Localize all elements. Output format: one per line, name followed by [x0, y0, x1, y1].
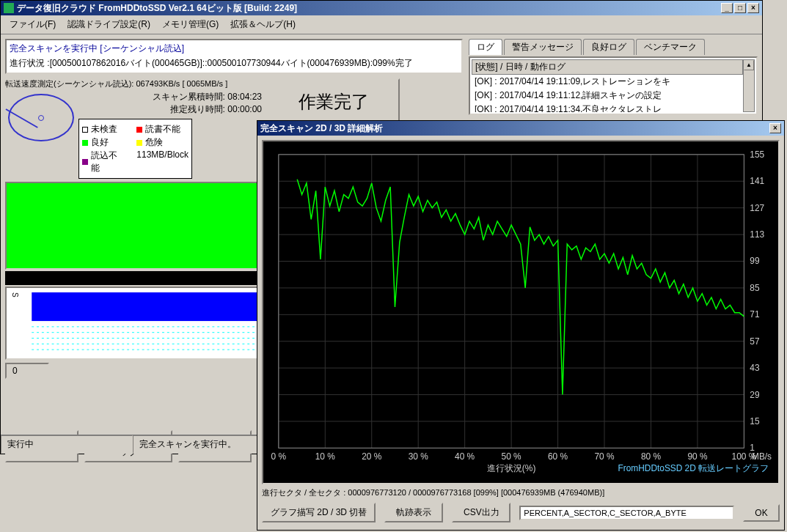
svg-text:43: 43 — [750, 363, 760, 373]
menu-drive[interactable]: 認識ドライブ設定(R) — [62, 17, 156, 32]
svg-text:80 %: 80 % — [641, 451, 662, 462]
log-line: [OK] : 2017/04/14 19:11:09,レストレーションをキ — [472, 75, 743, 89]
log-scrollbar[interactable]: ▲ — [743, 59, 755, 112]
disk-icon — [8, 94, 74, 141]
log-header: [状態] / 日時 / 動作ログ — [472, 59, 743, 75]
menu-memory[interactable]: メモリ管理(G) — [156, 17, 224, 32]
scroll-up-icon[interactable]: ▲ — [744, 60, 754, 70]
svg-text:10 %: 10 % — [315, 451, 336, 462]
chart-title: 完全スキャン 2D / 3D 詳細解析 — [260, 122, 769, 135]
svg-text:15: 15 — [750, 416, 760, 426]
sector-info: 進行セクタ / 全セクタ : 0000976773120 / 000097677… — [262, 487, 780, 498]
svg-text:127: 127 — [750, 203, 764, 213]
svg-text:155: 155 — [750, 149, 764, 160]
elapsed-line: スキャン累積時間: 08:04:23 — [78, 91, 262, 103]
trace-button[interactable]: 軌跡表示 — [384, 503, 443, 522]
menubar: ファイル(F) 認識ドライブ設定(R) メモリ管理(G) 拡張＆ヘルプ(H) — [1, 15, 762, 34]
log-line: [OK] : 2017/04/14 19:11:34,不良セクタレストレ — [472, 103, 743, 112]
formula-field[interactable]: PERCENT,A_SECTOR,C_SECTOR,A_BYTE — [519, 506, 734, 520]
chart-close-button[interactable]: × — [769, 123, 781, 133]
log-tabs: ログ 警告メッセージ 良好ログ ベンチマーク — [469, 39, 758, 55]
svg-text:29: 29 — [750, 390, 760, 400]
minimize-button[interactable]: _ — [721, 3, 733, 13]
svg-text:50 %: 50 % — [502, 451, 522, 462]
tab-warn[interactable]: 警告メッセージ — [504, 39, 582, 55]
main-titlebar[interactable]: データ復旧クラウド FromHDDtoSSD Ver2.1 64ビット版 [Bu… — [1, 1, 762, 15]
chart-window: 完全スキャン 2D / 3D 詳細解析 × 115294357718599113… — [257, 120, 785, 531]
svg-text:30 %: 30 % — [409, 451, 429, 462]
graph-toggle-button[interactable]: グラフ描写 2D / 3D 切替 — [262, 503, 376, 522]
main-title: データ復旧クラウド FromHDDtoSSD Ver2.1 64ビット版 [Bu… — [17, 2, 721, 15]
svg-text:0 %: 0 % — [271, 451, 287, 462]
scan-header: 完全スキャンを実行中 [シーケンシャル読込] — [8, 42, 186, 56]
status-running: 実行中 — [1, 435, 133, 454]
svg-text:85: 85 — [750, 283, 760, 293]
legend-box: 未検査 良好 読込不能 読書不能 危険 113MB/Block — [78, 119, 192, 179]
svg-text:FromHDDtoSSD 2D 転送レートグラフ: FromHDDtoSSD 2D 転送レートグラフ — [618, 463, 769, 473]
menu-file[interactable]: ファイル(F) — [4, 17, 62, 32]
zero-counter: 0 — [5, 363, 49, 379]
remaining-line: 推定残り時間: 00:00:00 — [78, 103, 262, 116]
svg-rect-6 — [264, 141, 777, 483]
svg-text:113: 113 — [750, 229, 764, 240]
svg-text:71: 71 — [750, 309, 760, 319]
tab-good[interactable]: 良好ログ — [583, 39, 634, 55]
svg-text:90 %: 90 % — [687, 451, 708, 462]
ok-button[interactable]: OK — [743, 504, 780, 522]
svg-text:20 %: 20 % — [362, 451, 382, 462]
log-line: [OK] : 2017/04/14 19:11:12,詳細スキャンの設定 — [472, 89, 743, 103]
svg-text:141: 141 — [750, 176, 764, 186]
svg-text:40 %: 40 % — [455, 451, 475, 462]
s-label: S — [11, 292, 19, 354]
svg-text:進行状況(%): 進行状況(%) — [487, 463, 536, 473]
chart-titlebar[interactable]: 完全スキャン 2D / 3D 詳細解析 × — [257, 121, 784, 136]
svg-text:60 %: 60 % — [548, 451, 568, 462]
progress-panel: 完全スキャンを実行中 [シーケンシャル読込] 進行状況 :[0005001078… — [5, 39, 463, 74]
svg-text:MB/s: MB/s — [752, 451, 772, 462]
log-box: [状態] / 日時 / 動作ログ [OK] : 2017/04/14 19:11… — [469, 56, 758, 115]
tab-log[interactable]: ログ — [469, 39, 502, 55]
close-button[interactable]: × — [747, 3, 759, 13]
csv-button[interactable]: CSV出力 — [452, 503, 510, 522]
svg-text:57: 57 — [750, 336, 759, 347]
app-icon — [4, 3, 14, 13]
speed-line: 転送速度測定(シーケンシャル読込): 067493KB/s [ 0065MB/s… — [5, 78, 262, 89]
tab-bench[interactable]: ベンチマーク — [636, 39, 705, 55]
chart-area: 1152943577185991131271411550 %10 %20 %30… — [262, 140, 780, 484]
svg-text:99: 99 — [750, 256, 760, 266]
svg-text:70 %: 70 % — [594, 451, 615, 462]
maximize-button[interactable]: □ — [734, 3, 746, 13]
menu-help[interactable]: 拡張＆ヘルプ(H) — [224, 17, 301, 32]
chart-svg: 1152943577185991131271411550 %10 %20 %30… — [263, 141, 778, 483]
progress-line: 進行状況 :[000500107862016バイト(000465GB)]::00… — [8, 56, 460, 71]
